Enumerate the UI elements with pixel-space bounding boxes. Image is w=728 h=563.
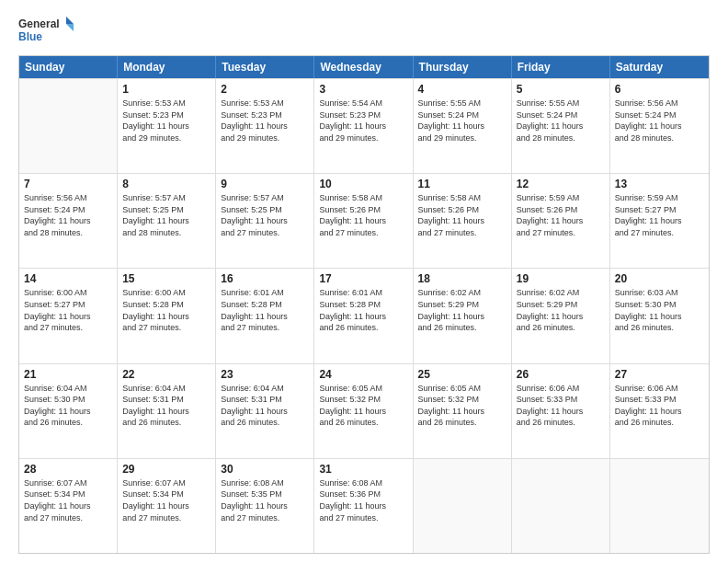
svg-text:General: General (18, 17, 60, 30)
day-number: 20 (615, 272, 704, 285)
day-info: Sunrise: 5:55 AM Sunset: 5:24 PM Dayligh… (418, 98, 506, 144)
day-number: 1 (122, 83, 210, 96)
day-info: Sunrise: 6:08 AM Sunset: 5:35 PM Dayligh… (221, 477, 309, 523)
day-number: 31 (319, 463, 407, 476)
day-number: 8 (122, 178, 210, 190)
day-number: 27 (615, 368, 704, 381)
logo: General Blue (18, 15, 74, 48)
day-number: 7 (24, 178, 112, 190)
calendar-cell: 23Sunrise: 6:04 AM Sunset: 5:31 PM Dayli… (216, 364, 314, 458)
day-number: 2 (221, 83, 309, 96)
calendar-cell: 31Sunrise: 6:08 AM Sunset: 5:36 PM Dayli… (314, 459, 413, 553)
day-info: Sunrise: 5:55 AM Sunset: 5:24 PM Dayligh… (517, 98, 605, 144)
day-number: 22 (122, 368, 210, 381)
calendar: SundayMondayTuesdayWednesdayThursdayFrid… (18, 55, 710, 554)
day-info: Sunrise: 6:06 AM Sunset: 5:33 PM Dayligh… (517, 383, 605, 429)
day-info: Sunrise: 6:04 AM Sunset: 5:30 PM Dayligh… (24, 383, 112, 429)
day-number: 26 (517, 368, 605, 381)
day-number: 14 (24, 272, 112, 285)
day-number: 28 (24, 463, 112, 476)
calendar-cell: 28Sunrise: 6:07 AM Sunset: 5:34 PM Dayli… (19, 459, 118, 553)
calendar-cell: 12Sunrise: 5:59 AM Sunset: 5:26 PM Dayli… (512, 174, 610, 268)
svg-marker-3 (66, 24, 74, 31)
calendar-week: 1Sunrise: 5:53 AM Sunset: 5:23 PM Daylig… (19, 78, 709, 173)
logo-svg: General Blue (18, 15, 74, 48)
day-info: Sunrise: 6:04 AM Sunset: 5:31 PM Dayligh… (221, 383, 309, 429)
day-info: Sunrise: 6:08 AM Sunset: 5:36 PM Dayligh… (319, 477, 407, 523)
calendar-cell: 19Sunrise: 6:02 AM Sunset: 5:29 PM Dayli… (512, 269, 610, 362)
day-info: Sunrise: 5:54 AM Sunset: 5:23 PM Dayligh… (319, 98, 407, 144)
calendar-header-cell: Monday (118, 56, 216, 78)
calendar-cell: 8Sunrise: 5:57 AM Sunset: 5:25 PM Daylig… (118, 174, 216, 268)
day-info: Sunrise: 6:02 AM Sunset: 5:29 PM Dayligh… (517, 287, 605, 333)
day-number: 9 (221, 178, 309, 190)
day-info: Sunrise: 6:07 AM Sunset: 5:34 PM Dayligh… (24, 477, 112, 523)
day-info: Sunrise: 5:53 AM Sunset: 5:23 PM Dayligh… (122, 98, 210, 144)
calendar-header: SundayMondayTuesdayWednesdayThursdayFrid… (19, 56, 709, 78)
calendar-week: 28Sunrise: 6:07 AM Sunset: 5:34 PM Dayli… (19, 458, 709, 553)
day-number: 18 (418, 272, 506, 285)
calendar-header-cell: Tuesday (216, 56, 314, 78)
calendar-cell: 30Sunrise: 6:08 AM Sunset: 5:35 PM Dayli… (216, 459, 314, 553)
day-info: Sunrise: 5:53 AM Sunset: 5:23 PM Dayligh… (221, 98, 309, 144)
day-number: 23 (221, 368, 309, 381)
calendar-cell: 9Sunrise: 5:57 AM Sunset: 5:25 PM Daylig… (216, 174, 314, 268)
day-info: Sunrise: 6:07 AM Sunset: 5:34 PM Dayligh… (122, 477, 210, 523)
calendar-cell (512, 459, 610, 553)
calendar-cell: 17Sunrise: 6:01 AM Sunset: 5:28 PM Dayli… (314, 269, 413, 362)
day-number: 16 (221, 272, 309, 285)
day-info: Sunrise: 5:59 AM Sunset: 5:26 PM Dayligh… (517, 192, 605, 238)
calendar-cell: 15Sunrise: 6:00 AM Sunset: 5:28 PM Dayli… (118, 269, 216, 362)
day-number: 24 (319, 368, 407, 381)
page: General Blue SundayMondayTuesdayWednesda… (0, 0, 728, 563)
day-number: 13 (615, 178, 704, 190)
calendar-cell: 22Sunrise: 6:04 AM Sunset: 5:31 PM Dayli… (118, 364, 216, 458)
day-number: 4 (418, 83, 506, 96)
day-info: Sunrise: 6:04 AM Sunset: 5:31 PM Dayligh… (122, 383, 210, 429)
calendar-cell (19, 79, 118, 173)
day-info: Sunrise: 5:58 AM Sunset: 5:26 PM Dayligh… (418, 192, 506, 238)
day-info: Sunrise: 6:05 AM Sunset: 5:32 PM Dayligh… (319, 383, 407, 429)
calendar-cell: 24Sunrise: 6:05 AM Sunset: 5:32 PM Dayli… (314, 364, 413, 458)
calendar-cell: 3Sunrise: 5:54 AM Sunset: 5:23 PM Daylig… (314, 79, 413, 173)
day-info: Sunrise: 5:59 AM Sunset: 5:27 PM Dayligh… (615, 192, 704, 238)
day-number: 30 (221, 463, 309, 476)
day-info: Sunrise: 6:00 AM Sunset: 5:28 PM Dayligh… (122, 287, 210, 333)
day-number: 12 (517, 178, 605, 190)
calendar-cell (610, 459, 709, 553)
day-number: 29 (122, 463, 210, 476)
calendar-header-cell: Friday (512, 56, 610, 78)
calendar-cell: 4Sunrise: 5:55 AM Sunset: 5:24 PM Daylig… (414, 79, 512, 173)
day-info: Sunrise: 6:03 AM Sunset: 5:30 PM Dayligh… (615, 287, 704, 333)
day-info: Sunrise: 6:01 AM Sunset: 5:28 PM Dayligh… (221, 287, 309, 333)
svg-text:Blue: Blue (18, 30, 42, 43)
day-info: Sunrise: 5:57 AM Sunset: 5:25 PM Dayligh… (221, 192, 309, 238)
day-number: 6 (615, 83, 704, 96)
day-number: 5 (517, 83, 605, 96)
day-number: 19 (517, 272, 605, 285)
day-info: Sunrise: 5:58 AM Sunset: 5:26 PM Dayligh… (319, 192, 407, 238)
calendar-cell: 26Sunrise: 6:06 AM Sunset: 5:33 PM Dayli… (512, 364, 610, 458)
day-number: 15 (122, 272, 210, 285)
calendar-cell: 11Sunrise: 5:58 AM Sunset: 5:26 PM Dayli… (414, 174, 512, 268)
calendar-cell: 27Sunrise: 6:06 AM Sunset: 5:33 PM Dayli… (610, 364, 709, 458)
day-info: Sunrise: 6:01 AM Sunset: 5:28 PM Dayligh… (319, 287, 407, 333)
calendar-header-cell: Wednesday (314, 56, 413, 78)
day-number: 17 (319, 272, 407, 285)
day-number: 10 (319, 178, 407, 190)
calendar-cell (414, 459, 512, 553)
day-info: Sunrise: 6:02 AM Sunset: 5:29 PM Dayligh… (418, 287, 506, 333)
calendar-week: 14Sunrise: 6:00 AM Sunset: 5:27 PM Dayli… (19, 268, 709, 362)
day-number: 25 (418, 368, 506, 381)
calendar-cell: 2Sunrise: 5:53 AM Sunset: 5:23 PM Daylig… (216, 79, 314, 173)
calendar-cell: 29Sunrise: 6:07 AM Sunset: 5:34 PM Dayli… (118, 459, 216, 553)
calendar-header-cell: Sunday (19, 56, 118, 78)
day-number: 11 (418, 178, 506, 190)
day-info: Sunrise: 5:57 AM Sunset: 5:25 PM Dayligh… (122, 192, 210, 238)
calendar-cell: 16Sunrise: 6:01 AM Sunset: 5:28 PM Dayli… (216, 269, 314, 362)
day-info: Sunrise: 6:06 AM Sunset: 5:33 PM Dayligh… (615, 383, 704, 429)
svg-marker-2 (66, 17, 74, 24)
calendar-cell: 1Sunrise: 5:53 AM Sunset: 5:23 PM Daylig… (118, 79, 216, 173)
day-number: 21 (24, 368, 112, 381)
day-info: Sunrise: 6:05 AM Sunset: 5:32 PM Dayligh… (418, 383, 506, 429)
